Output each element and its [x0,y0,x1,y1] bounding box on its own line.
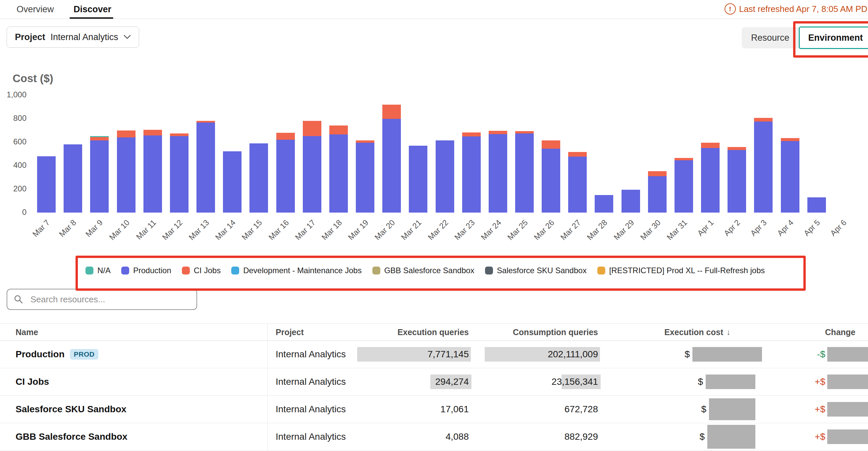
bar-segment-production[interactable] [329,134,348,213]
legend-swatch [485,266,493,275]
legend-item[interactable]: Salesforce SKU Sandbox [485,266,587,275]
legend-swatch [86,266,93,275]
column-header-execution-queries[interactable]: Execution queries [374,327,470,337]
bar-segment-production[interactable] [621,190,640,213]
execution-cost-cell: $ [600,347,732,362]
x-axis-label: Mar 17 [286,218,317,249]
bar-segment-ci-jobs[interactable] [489,131,507,134]
table-header-row: Name Project Execution queries Consumpti… [0,324,868,341]
legend-swatch [597,266,605,275]
legend-item[interactable]: Production [121,266,171,275]
legend-item[interactable]: [RESTRICTED] Prod XL -- Full-Refresh job… [597,266,765,275]
bar-segment-production[interactable] [382,119,401,213]
bar-segment-ci-jobs[interactable] [701,143,720,148]
bar-segment-production[interactable] [781,141,799,213]
bar-segment-ci-jobs[interactable] [754,118,773,122]
legend-item[interactable]: N/A [86,266,111,275]
bar-segment-ci-jobs[interactable] [727,147,746,150]
redacted-change-value [827,347,868,362]
x-axis-label: Mar 26 [525,218,556,249]
change-cell: +$ [732,375,868,389]
bar-segment-ci-jobs[interactable] [568,152,587,157]
change-cell: -$ [732,347,868,362]
bar-segment-production[interactable] [489,134,507,213]
execution-cost-cell: $ [600,425,732,449]
bar-segment-production[interactable] [249,143,268,213]
legend-swatch [182,266,190,275]
bar-segment-ci-jobs[interactable] [196,121,215,123]
bar-segment-production[interactable] [462,136,481,213]
bar-segment-ci-jobs[interactable] [329,126,348,134]
table-row[interactable]: CI Jobs Internal Analytics 294,274 23,15… [0,368,868,396]
bar-segment-ci-jobs[interactable] [90,137,108,140]
bar-segment-production[interactable] [542,149,560,213]
bar-segment-ci-jobs[interactable] [303,121,321,136]
bar-segment-ci-jobs[interactable] [781,138,799,141]
bar-segment-production[interactable] [356,143,374,213]
legend-item[interactable]: CI Jobs [182,266,221,275]
bar-segment-production[interactable] [90,140,108,213]
bar-segment-production[interactable] [223,151,242,213]
bar-segment-production[interactable] [37,156,56,213]
x-axis-label: Mar 31 [658,218,689,249]
table-row[interactable]: Production PROD Internal Analytics 7,771… [0,341,868,368]
legend-item[interactable]: GBB Salesforce Sandbox [372,266,474,275]
resource-name: Production [16,349,65,360]
bar-segment-ci-jobs[interactable] [382,105,401,119]
bar-segment-production[interactable] [144,135,162,213]
bar-segment-ci-jobs[interactable] [648,171,666,176]
execution-cost-header-label: Execution cost [664,327,723,337]
bar-segment-production[interactable] [64,144,82,213]
bar-segment-production[interactable] [727,150,746,213]
x-axis-label: Apr 3 [738,218,769,249]
x-axis-label: Mar 15 [233,218,264,249]
bar-segment-production[interactable] [170,136,188,213]
bar-segment-production[interactable] [515,133,534,213]
bar-segment-production[interactable] [409,146,427,213]
bar-segment-ci-jobs[interactable] [462,132,481,136]
table-row[interactable]: Salesforce SKU Sandbox Internal Analytic… [0,396,868,423]
bar-segment-ci-jobs[interactable] [356,140,374,143]
y-axis-label: 600 [0,137,27,147]
bar-segment-production[interactable] [701,148,720,213]
execution-queries-cell: 17,061 [374,404,470,415]
x-axis-label: Mar 10 [100,218,131,249]
bar-segment-n-a[interactable] [90,136,108,137]
legend-item[interactable]: Development - Maintenance Jobs [231,266,362,275]
bar-segment-production[interactable] [595,195,613,213]
column-header-project[interactable]: Project [267,324,374,341]
bar-segment-ci-jobs[interactable] [276,133,295,140]
bar-segment-production[interactable] [807,197,826,213]
y-axis-label: 200 [0,184,27,193]
column-header-consumption-queries[interactable]: Consumption queries [470,327,600,337]
bar-segment-ci-jobs[interactable] [675,158,693,160]
bar-segment-production[interactable] [276,140,295,213]
bar-segment-ci-jobs[interactable] [542,140,560,148]
bar-segment-production[interactable] [675,160,693,213]
column-header-name[interactable]: Name [0,327,267,337]
x-axis-label: Mar 14 [207,218,238,249]
bar-segment-production[interactable] [754,122,773,213]
bar-segment-production[interactable] [117,137,135,213]
legend-label: Salesforce SKU Sandbox [497,266,587,275]
bar-segment-ci-jobs[interactable] [515,131,534,134]
x-axis-label: Mar 28 [579,218,609,249]
bar-segment-ci-jobs[interactable] [117,130,135,137]
sort-desc-icon: ↓ [726,327,731,337]
bar-segment-production[interactable] [303,136,321,213]
x-axis-label: Mar 22 [419,218,450,249]
change-cell: +$ [732,429,868,444]
bar-segment-production[interactable] [196,123,215,213]
bar-segment-production[interactable] [568,157,587,213]
resource-name: Salesforce SKU Sandbox [16,404,127,415]
search-input[interactable] [7,289,197,310]
bar-segment-ci-jobs[interactable] [144,130,162,135]
table-row[interactable]: GBB Salesforce Sandbox Internal Analytic… [0,423,868,451]
bar-segment-production[interactable] [436,140,454,213]
execution-queries-cell: 7,771,145 [374,349,470,360]
bar-segment-ci-jobs[interactable] [170,133,188,136]
column-header-change[interactable]: Change [732,327,868,337]
x-axis-label: Mar 29 [605,218,636,249]
bar-segment-production[interactable] [648,176,666,213]
column-header-execution-cost[interactable]: Execution cost ↓ [600,327,732,337]
